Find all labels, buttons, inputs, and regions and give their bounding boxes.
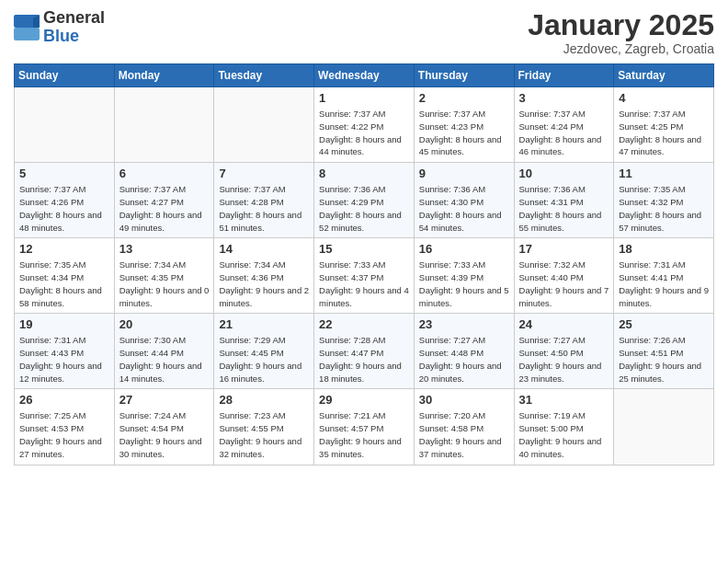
calendar-page: General Blue January 2025 Jezdovec, Zagr…	[0, 0, 728, 563]
day-number: 4	[619, 91, 709, 105]
calendar-cell: 19Sunrise: 7:31 AMSunset: 4:43 PMDayligh…	[15, 314, 115, 389]
day-number: 18	[619, 242, 709, 256]
calendar-cell: 14Sunrise: 7:34 AMSunset: 4:36 PMDayligh…	[214, 238, 314, 314]
day-number: 27	[119, 393, 210, 407]
calendar-cell	[214, 87, 314, 163]
day-info: Sunrise: 7:36 AMSunset: 4:30 PMDaylight:…	[419, 183, 509, 234]
day-info: Sunrise: 7:36 AMSunset: 4:31 PMDaylight:…	[519, 183, 609, 234]
day-number: 22	[319, 317, 409, 331]
day-number: 8	[319, 167, 409, 180]
day-number: 29	[319, 393, 409, 407]
day-info: Sunrise: 7:25 AMSunset: 4:53 PMDaylight:…	[19, 409, 109, 460]
logo-icon	[14, 15, 40, 40]
calendar-cell: 26Sunrise: 7:25 AMSunset: 4:53 PMDayligh…	[15, 389, 115, 465]
weekday-header-wednesday: Wednesday	[314, 64, 415, 87]
calendar-cell: 28Sunrise: 7:23 AMSunset: 4:55 PMDayligh…	[214, 389, 314, 465]
day-info: Sunrise: 7:27 AMSunset: 4:48 PMDaylight:…	[419, 334, 509, 385]
calendar-title: January 2025	[528, 9, 714, 41]
day-info: Sunrise: 7:23 AMSunset: 4:55 PMDaylight:…	[219, 409, 309, 460]
calendar-cell: 2Sunrise: 7:37 AMSunset: 4:23 PMDaylight…	[414, 87, 514, 163]
calendar-cell: 30Sunrise: 7:20 AMSunset: 4:58 PMDayligh…	[414, 389, 514, 465]
day-info: Sunrise: 7:33 AMSunset: 4:37 PMDaylight:…	[319, 259, 409, 309]
day-info: Sunrise: 7:24 AMSunset: 4:54 PMDaylight:…	[119, 409, 210, 460]
calendar-cell: 21Sunrise: 7:29 AMSunset: 4:45 PMDayligh…	[214, 314, 314, 389]
day-info: Sunrise: 7:30 AMSunset: 4:44 PMDaylight:…	[119, 334, 210, 385]
week-row-4: 19Sunrise: 7:31 AMSunset: 4:43 PMDayligh…	[15, 314, 714, 389]
day-number: 23	[419, 317, 509, 331]
day-info: Sunrise: 7:28 AMSunset: 4:47 PMDaylight:…	[319, 334, 409, 385]
day-info: Sunrise: 7:32 AMSunset: 4:40 PMDaylight:…	[519, 259, 609, 309]
day-number: 31	[519, 393, 609, 407]
day-info: Sunrise: 7:31 AMSunset: 4:41 PMDaylight:…	[619, 259, 709, 309]
calendar-cell: 8Sunrise: 7:36 AMSunset: 4:29 PMDaylight…	[314, 163, 415, 238]
calendar-cell: 10Sunrise: 7:36 AMSunset: 4:31 PMDayligh…	[514, 163, 614, 238]
logo-general-text: General	[43, 8, 105, 27]
day-info: Sunrise: 7:34 AMSunset: 4:35 PMDaylight:…	[119, 259, 210, 309]
svg-rect-1	[14, 28, 40, 40]
calendar-cell: 9Sunrise: 7:36 AMSunset: 4:30 PMDaylight…	[414, 163, 514, 238]
calendar-cell: 12Sunrise: 7:35 AMSunset: 4:34 PMDayligh…	[15, 238, 115, 314]
calendar-cell: 4Sunrise: 7:37 AMSunset: 4:25 PMDaylight…	[614, 87, 714, 163]
day-number: 25	[619, 317, 709, 331]
title-block: January 2025 Jezdovec, Zagreb, Croatia	[528, 9, 714, 56]
weekday-header-thursday: Thursday	[414, 64, 514, 87]
day-number: 2	[419, 91, 509, 105]
day-info: Sunrise: 7:37 AMSunset: 4:26 PMDaylight:…	[19, 183, 109, 234]
calendar-cell: 16Sunrise: 7:33 AMSunset: 4:39 PMDayligh…	[414, 238, 514, 314]
calendar-cell: 29Sunrise: 7:21 AMSunset: 4:57 PMDayligh…	[314, 389, 415, 465]
day-number: 7	[219, 167, 309, 180]
header: General Blue January 2025 Jezdovec, Zagr…	[14, 9, 714, 56]
logo-blue-text: Blue	[43, 27, 79, 45]
day-info: Sunrise: 7:35 AMSunset: 4:34 PMDaylight:…	[19, 259, 109, 309]
calendar-cell: 13Sunrise: 7:34 AMSunset: 4:35 PMDayligh…	[114, 238, 214, 314]
weekday-header-friday: Friday	[514, 64, 614, 87]
day-info: Sunrise: 7:19 AMSunset: 5:00 PMDaylight:…	[519, 409, 609, 460]
calendar-cell: 6Sunrise: 7:37 AMSunset: 4:27 PMDaylight…	[114, 163, 214, 238]
day-number: 15	[319, 242, 409, 256]
day-number: 30	[419, 393, 509, 407]
calendar-cell: 25Sunrise: 7:26 AMSunset: 4:51 PMDayligh…	[614, 314, 714, 389]
calendar-cell: 23Sunrise: 7:27 AMSunset: 4:48 PMDayligh…	[414, 314, 514, 389]
calendar-cell: 1Sunrise: 7:37 AMSunset: 4:22 PMDaylight…	[314, 87, 415, 163]
day-info: Sunrise: 7:33 AMSunset: 4:39 PMDaylight:…	[419, 259, 509, 309]
calendar-cell: 11Sunrise: 7:35 AMSunset: 4:32 PMDayligh…	[614, 163, 714, 238]
weekday-header-row: SundayMondayTuesdayWednesdayThursdayFrid…	[15, 64, 714, 87]
day-number: 1	[319, 91, 409, 105]
calendar-cell: 3Sunrise: 7:37 AMSunset: 4:24 PMDaylight…	[514, 87, 614, 163]
day-info: Sunrise: 7:37 AMSunset: 4:23 PMDaylight:…	[419, 108, 509, 158]
week-row-2: 5Sunrise: 7:37 AMSunset: 4:26 PMDaylight…	[15, 163, 714, 238]
day-number: 26	[19, 393, 109, 407]
logo: General Blue	[14, 9, 105, 46]
day-number: 21	[219, 317, 309, 331]
calendar-cell	[15, 87, 115, 163]
day-info: Sunrise: 7:21 AMSunset: 4:57 PMDaylight:…	[319, 409, 409, 460]
day-info: Sunrise: 7:27 AMSunset: 4:50 PMDaylight:…	[519, 334, 609, 385]
day-number: 19	[19, 317, 109, 331]
day-number: 11	[619, 167, 709, 180]
calendar-subtitle: Jezdovec, Zagreb, Croatia	[528, 41, 714, 56]
calendar-cell: 7Sunrise: 7:37 AMSunset: 4:28 PMDaylight…	[214, 163, 314, 238]
day-info: Sunrise: 7:37 AMSunset: 4:27 PMDaylight:…	[119, 183, 210, 234]
day-info: Sunrise: 7:26 AMSunset: 4:51 PMDaylight:…	[619, 334, 709, 385]
day-number: 14	[219, 242, 309, 256]
calendar-cell: 15Sunrise: 7:33 AMSunset: 4:37 PMDayligh…	[314, 238, 415, 314]
day-info: Sunrise: 7:37 AMSunset: 4:24 PMDaylight:…	[519, 108, 609, 158]
weekday-header-sunday: Sunday	[15, 64, 115, 87]
week-row-5: 26Sunrise: 7:25 AMSunset: 4:53 PMDayligh…	[15, 389, 714, 465]
day-number: 9	[419, 167, 509, 180]
day-number: 16	[419, 242, 509, 256]
calendar-cell: 5Sunrise: 7:37 AMSunset: 4:26 PMDaylight…	[15, 163, 115, 238]
day-number: 10	[519, 167, 609, 180]
calendar-cell: 27Sunrise: 7:24 AMSunset: 4:54 PMDayligh…	[114, 389, 214, 465]
day-number: 20	[119, 317, 210, 331]
day-number: 12	[19, 242, 109, 256]
calendar-cell: 22Sunrise: 7:28 AMSunset: 4:47 PMDayligh…	[314, 314, 415, 389]
weekday-header-monday: Monday	[114, 64, 214, 87]
day-info: Sunrise: 7:34 AMSunset: 4:36 PMDaylight:…	[219, 259, 309, 309]
day-number: 3	[519, 91, 609, 105]
day-number: 17	[519, 242, 609, 256]
week-row-3: 12Sunrise: 7:35 AMSunset: 4:34 PMDayligh…	[15, 238, 714, 314]
day-number: 6	[119, 167, 210, 180]
day-info: Sunrise: 7:37 AMSunset: 4:25 PMDaylight:…	[619, 108, 709, 158]
day-info: Sunrise: 7:31 AMSunset: 4:43 PMDaylight:…	[19, 334, 109, 385]
